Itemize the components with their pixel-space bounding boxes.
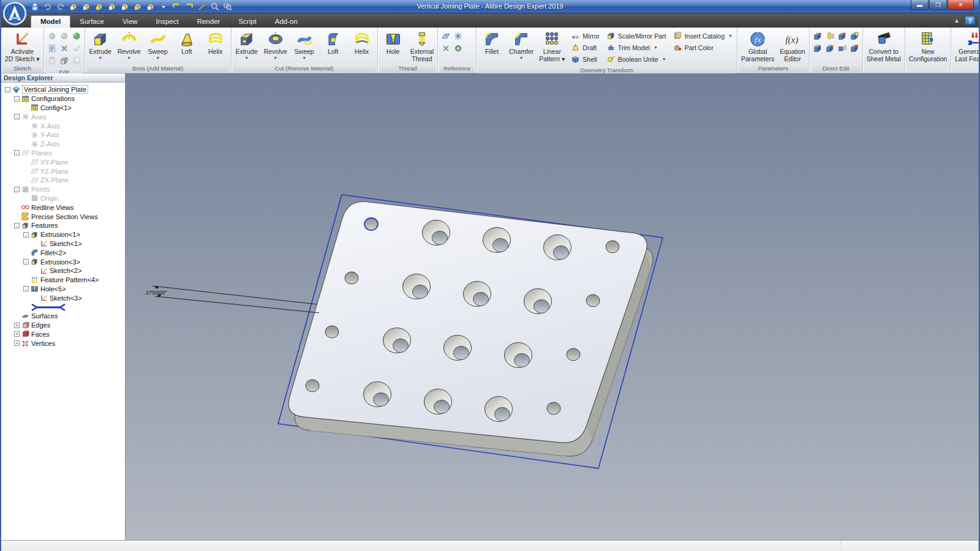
- tree-item-sketch-1-[interactable]: Sketch<1>: [2, 239, 125, 249]
- de-move-button[interactable]: [812, 31, 823, 42]
- view-cube-top-button[interactable]: [119, 1, 130, 12]
- tree-item-feature-pattern-4-[interactable]: Feature Pattern<4>: [2, 276, 125, 285]
- boss-extrude-button[interactable]: Extrude▼: [86, 29, 115, 60]
- linear-pattern-button[interactable]: Linear Pattern ▾: [537, 29, 567, 62]
- tree-item-hole-5-[interactable]: -Hole<5>: [2, 285, 125, 294]
- de-replace-button[interactable]: [849, 31, 860, 42]
- collapse-toggle[interactable]: -: [5, 87, 10, 92]
- tree-item-origin[interactable]: Origin: [2, 194, 125, 203]
- collapse-toggle[interactable]: -: [14, 96, 20, 102]
- edit-check-dim-button[interactable]: [71, 43, 82, 54]
- de-push-button[interactable]: [824, 43, 835, 54]
- zoom-window-button[interactable]: [222, 1, 233, 12]
- cut-loft-button[interactable]: Loft: [319, 29, 347, 56]
- tree-item-edges[interactable]: +Edges: [2, 321, 125, 330]
- boss-loft-button[interactable]: Loft: [173, 29, 201, 56]
- generate-to-last-feature-button[interactable]: Generate to Last Feature ▾: [952, 29, 980, 62]
- tab-model[interactable]: Model: [31, 15, 70, 28]
- plate-top-face[interactable]: [288, 201, 647, 443]
- tree-item-xy-plane[interactable]: XY-Plane: [2, 157, 125, 167]
- mirror-button[interactable]: Mirror: [569, 31, 601, 41]
- dropdown-caret-icon[interactable]: ▼: [662, 57, 666, 61]
- tree-item-yz-plane[interactable]: YZ-Plane: [2, 167, 125, 176]
- tree-item-extrusion-3-[interactable]: -Extrusion<3>: [2, 257, 125, 266]
- edit-sphere-gray-button[interactable]: [47, 31, 58, 42]
- tab-surface[interactable]: Surface: [70, 16, 113, 28]
- boss-helix-button[interactable]: Helix: [202, 29, 230, 56]
- tree-item-y-axis[interactable]: Y-Axis: [2, 130, 125, 140]
- zoom-in-button[interactable]: [209, 1, 221, 12]
- tree-item-faces[interactable]: +Faces: [2, 330, 125, 339]
- view-cube-back-button[interactable]: [81, 1, 92, 12]
- ref-plane-button[interactable]: [440, 31, 451, 42]
- dropdown-caret-icon[interactable]: ▼: [728, 34, 733, 38]
- cut-helix-button[interactable]: Helix: [348, 29, 376, 56]
- equation-editor-button[interactable]: f(x)Equation Editor: [777, 29, 807, 62]
- boss-revolve-button[interactable]: Revolve▼: [115, 29, 143, 60]
- activate-2d-sketch-button[interactable]: Activate 2D Sketch ▾: [2, 29, 42, 62]
- view-cube-iso-button[interactable]: [145, 1, 156, 12]
- collapse-toggle[interactable]: -: [14, 114, 20, 119]
- draft-button[interactable]: Draft: [569, 42, 601, 53]
- expand-toggle[interactable]: +: [14, 331, 20, 337]
- tree-item-config-1-[interactable]: Config<1>: [2, 103, 125, 113]
- tree-item-points[interactable]: -Points: [2, 185, 125, 194]
- tree-item-z-axis[interactable]: Z-Axis: [2, 140, 125, 149]
- tab-script[interactable]: Script: [229, 16, 265, 28]
- edit-sphere-gray2-button[interactable]: [59, 31, 70, 42]
- tree-item-precise-section-views[interactable]: Precise Section Views: [2, 212, 125, 221]
- edit-copy-dim-button[interactable]: [71, 55, 82, 66]
- de-rotate-button[interactable]: [812, 43, 823, 54]
- collapse-toggle[interactable]: -: [14, 187, 20, 192]
- external-thread-button[interactable]: External Thread: [408, 29, 437, 62]
- thickness-dimension[interactable]: .375000": [144, 285, 319, 313]
- dropdown-caret-icon[interactable]: ▼: [654, 45, 658, 50]
- ref-note-button[interactable]: [453, 43, 464, 54]
- dropdown-caret-icon[interactable]: ▼: [519, 56, 524, 60]
- measure-line-button[interactable]: [197, 1, 208, 12]
- dropdown-caret-icon[interactable]: ▼: [244, 56, 249, 60]
- ref-axis-button[interactable]: [453, 31, 464, 42]
- scale-mirror-part-button[interactable]: Scale/Mirror Part: [605, 31, 668, 41]
- tree-item-zx-plane[interactable]: ZX-Plane: [2, 176, 125, 185]
- fillet-button[interactable]: Fillet: [478, 29, 506, 56]
- tree-item-sketch-3-[interactable]: Sketch<3>: [2, 293, 125, 302]
- expand-toggle[interactable]: +: [14, 323, 20, 328]
- help-button[interactable]: ?: [965, 16, 975, 25]
- trim-model-button[interactable]: Trim Model▼: [605, 42, 668, 53]
- tree-item-redline-views[interactable]: Redline Views: [2, 203, 125, 212]
- tree-item-extrusion-1-[interactable]: -Extrusion<1>: [2, 230, 125, 239]
- collapse-toggle[interactable]: -: [14, 150, 20, 156]
- tree-item-sketch-2-[interactable]: Sketch<2>: [2, 266, 125, 276]
- edit-delete-button[interactable]: [59, 43, 70, 54]
- boss-sweep-button[interactable]: Sweep▼: [144, 29, 172, 60]
- end-of-features-marker[interactable]: [2, 302, 125, 312]
- tree-item-axes[interactable]: -Axes: [2, 112, 125, 121]
- view-cube-right-button[interactable]: [107, 1, 118, 12]
- tree-item-surfaces[interactable]: Surfaces: [2, 312, 125, 321]
- collapse-toggle[interactable]: -: [23, 286, 29, 291]
- cut-extrude-button[interactable]: Extrude▼: [233, 29, 261, 60]
- undo-button[interactable]: [42, 1, 53, 12]
- dropdown-caret-icon[interactable]: ▼: [273, 56, 277, 60]
- dropdown-caret-icon[interactable]: ▼: [127, 56, 131, 60]
- edit-sphere-green-button[interactable]: [71, 31, 82, 42]
- tab-add-on[interactable]: Add-on: [266, 16, 307, 28]
- dropdown-caret-icon[interactable]: ▼: [302, 56, 306, 60]
- tab-render[interactable]: Render: [188, 16, 230, 28]
- tree-item-fillet-2-[interactable]: Fillet<2>: [2, 248, 125, 257]
- tree-item-vertices[interactable]: +Vertices: [2, 339, 125, 348]
- dropdown-caret-icon[interactable]: ▼: [98, 56, 102, 60]
- minimize-button[interactable]: ▬: [911, 0, 929, 10]
- view-cube-bottom-button[interactable]: [132, 1, 143, 12]
- expand-toggle[interactable]: +: [14, 340, 20, 346]
- redo-button[interactable]: [55, 1, 66, 12]
- tree-item-features[interactable]: -Features: [2, 221, 125, 230]
- insert-catalog-button[interactable]: Insert Catalog▼: [671, 31, 734, 41]
- de-remove-button[interactable]: [837, 31, 848, 42]
- view-cube-left-button[interactable]: [94, 1, 105, 12]
- collapse-ribbon-icon[interactable]: ▲: [954, 17, 960, 24]
- feature-rollback-bar-icon[interactable]: [31, 304, 66, 311]
- chamfer-button[interactable]: Chamfer▼: [507, 29, 536, 60]
- tab-inspect[interactable]: Inspect: [147, 16, 188, 28]
